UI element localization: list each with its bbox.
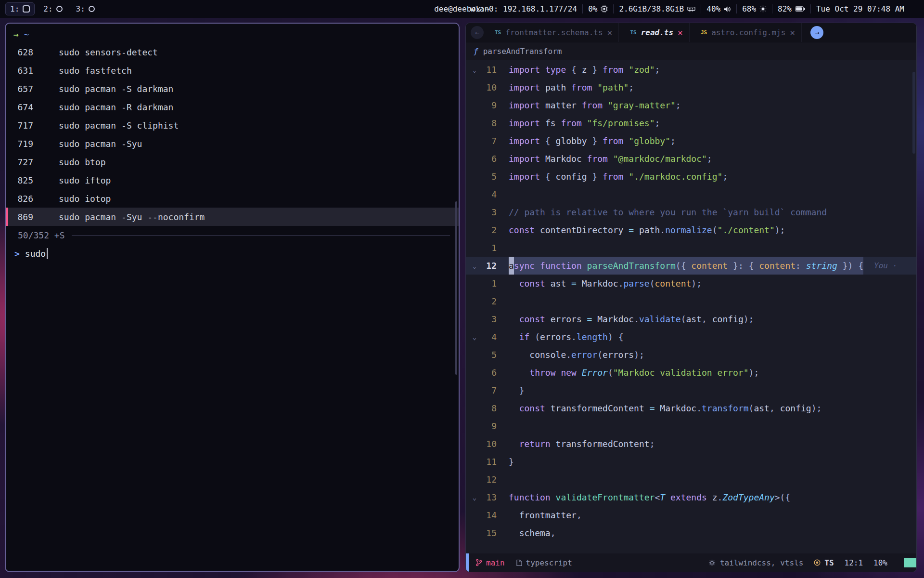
brightness-text: 68% — [742, 4, 756, 13]
brightness-module[interactable]: 68% — [736, 4, 772, 13]
filetype-indicator: typescript — [516, 558, 572, 567]
code-line[interactable]: 5 console.error(errors); — [466, 346, 916, 364]
code-line[interactable]: ⌄11import type { z } from "zod"; — [466, 61, 916, 79]
shell-prompt: → ~ — [6, 27, 459, 41]
code-line[interactable]: ⌄13function validateFrontmatter<T extend… — [466, 488, 916, 506]
lsp-clients-text: tailwindcss, vtsls — [720, 558, 803, 567]
tab-read-ts[interactable]: TS read.ts × — [624, 23, 690, 42]
code-line[interactable]: ⌄4 if (errors.length) { — [466, 328, 916, 346]
code-line[interactable]: 12 — [466, 471, 916, 488]
code-line[interactable]: 10import path from "path"; — [466, 79, 916, 96]
battery-module[interactable]: 82% — [772, 4, 810, 13]
terminal-window[interactable]: → ~ 628sudo sensors-detect631sudo fastfe… — [5, 23, 460, 572]
history-item[interactable]: 826sudo iotop — [6, 189, 459, 208]
terminal-scrollbar[interactable] — [455, 201, 457, 375]
editor-scrollbar[interactable] — [912, 72, 915, 154]
battery-text: 82% — [778, 4, 792, 13]
code-line[interactable]: 3// path is relative to where you run th… — [466, 203, 916, 221]
code-editor-area[interactable]: ⌄11import type { z } from "zod";10import… — [466, 60, 916, 553]
prompt-arrow-icon: → — [13, 29, 19, 39]
code-text: import fs from "fs/promises"; — [509, 114, 660, 132]
code-line[interactable]: 2const contentDirectory = path.normalize… — [466, 221, 916, 239]
typescript-icon: TS — [630, 29, 636, 36]
nav-back-button[interactable]: ← — [471, 26, 484, 39]
history-item[interactable]: 674sudo pacman -R darkman — [6, 98, 459, 116]
history-item[interactable]: 631sudo fastfetch — [6, 61, 459, 79]
history-command: sudo fastfetch — [59, 66, 132, 76]
code-line[interactable]: 7import { globby } from "globby"; — [466, 132, 916, 150]
history-item[interactable]: 657sudo pacman -S darkman — [6, 79, 459, 98]
workspace-label: 3: — [76, 4, 85, 13]
code-line[interactable]: 9import matter from "gray-matter"; — [466, 96, 916, 114]
fold-chevron-icon[interactable]: ⌄ — [470, 262, 479, 270]
history-item[interactable]: 628sudo sensors-detect — [6, 43, 459, 61]
code-line[interactable]: 15 schema, — [466, 524, 916, 542]
code-text: // path is relative to where you run the… — [509, 203, 827, 221]
memory-module[interactable]: 2.6GiB/38.8GiB — [613, 4, 701, 13]
code-line[interactable]: 9 — [466, 417, 916, 435]
history-command: sudo pacman -R darkman — [59, 102, 173, 112]
history-line-number: 719 — [12, 139, 33, 149]
close-icon[interactable]: × — [607, 27, 613, 38]
code-line[interactable]: 6 throw new Error("Markdoc validation er… — [466, 364, 916, 381]
history-item[interactable]: 825sudo iftop — [6, 171, 459, 189]
code-line[interactable]: 6import Markdoc from "@markdoc/markdoc"; — [466, 150, 916, 168]
tab-frontmatter-schema-ts[interactable]: TS frontmatter.schema.ts × — [488, 23, 619, 42]
close-icon[interactable]: × — [790, 27, 795, 38]
git-branch-indicator[interactable]: main — [475, 558, 505, 567]
code-line[interactable]: 14 frontmatter, — [466, 506, 916, 524]
code-line[interactable]: 8import fs from "fs/promises"; — [466, 114, 916, 132]
workspace-3-button[interactable]: 3: — [72, 3, 99, 15]
history-command: sudo pacman -Syu — [59, 139, 142, 149]
arrow-left-icon: ← — [475, 28, 479, 37]
fzf-match-counter-row: 50/352 +S — [6, 226, 459, 244]
history-item[interactable]: 719sudo pacman -Syu — [6, 134, 459, 153]
fold-chevron-icon[interactable]: ⌄ — [470, 66, 479, 74]
cursor-position: 12:1 — [845, 558, 863, 567]
volume-text: 40% — [706, 4, 720, 13]
fzf-query-row[interactable]: > sudo — [6, 244, 459, 263]
language-badge-text: TS — [824, 558, 834, 567]
javascript-icon: JS — [701, 29, 707, 36]
typescript-file-icon — [516, 559, 522, 566]
workspace-1-button[interactable]: 1: — [6, 3, 34, 15]
history-list: 628sudo sensors-detect631sudo fastfetch6… — [6, 43, 459, 226]
workspace-2-button[interactable]: 2: — [39, 3, 66, 15]
code-line[interactable]: ⌄12async function parseAndTransform({ co… — [466, 257, 916, 275]
history-item[interactable]: 869sudo pacman -Syu --noconfirm — [6, 208, 459, 226]
code-line[interactable]: 5import { config } from "./markdoc.confi… — [466, 168, 916, 185]
clock-module[interactable]: Tue Oct 29 07:48 AM — [810, 4, 910, 13]
code-line[interactable]: 8 const transformedContent = Markdoc.tra… — [466, 399, 916, 417]
history-item[interactable]: 727sudo btop — [6, 153, 459, 171]
code-line[interactable]: 11} — [466, 453, 916, 471]
language-badge: TS — [814, 558, 834, 567]
ram-icon — [687, 6, 695, 12]
line-number: 3 — [479, 207, 497, 217]
nav-forward-button[interactable]: → — [810, 26, 823, 39]
code-line[interactable]: 10 return transformedContent; — [466, 435, 916, 453]
tab-astro-config-mjs[interactable]: JS astro.config.mjs × — [694, 23, 802, 42]
code-line[interactable]: 2 — [466, 292, 916, 310]
fold-chevron-icon[interactable]: ⌄ — [470, 333, 479, 341]
cpu-text: 0% — [588, 4, 597, 13]
code-text: import Markdoc from "@markdoc/markdoc"; — [509, 150, 712, 168]
code-line[interactable]: 1 — [466, 239, 916, 257]
editor-window[interactable]: ← TS frontmatter.schema.ts × TS read.ts … — [465, 23, 917, 572]
code-line[interactable]: 3 const errors = Markdoc.validate(ast, c… — [466, 310, 916, 328]
cpu-module[interactable]: 0% — [582, 4, 613, 13]
clock-text: Tue Oct 29 07:48 AM — [816, 4, 904, 13]
history-item[interactable]: 717sudo pacman -S cliphist — [6, 116, 459, 134]
code-line[interactable]: 4 — [466, 185, 916, 203]
fzf-query-input[interactable]: sudo — [25, 249, 46, 259]
line-number: 3 — [479, 314, 497, 324]
line-number: 9 — [479, 421, 497, 431]
arrow-right-icon: → — [815, 28, 819, 37]
code-line[interactable]: 1 const ast = Markdoc.parse(content); — [466, 275, 916, 292]
editor-cursor: a — [509, 257, 514, 275]
code-line[interactable]: 7 } — [466, 381, 916, 399]
breadcrumb-function-name[interactable]: parseAndTransform — [483, 47, 562, 56]
close-icon[interactable]: × — [678, 27, 683, 38]
fold-chevron-icon[interactable]: ⌄ — [470, 494, 479, 501]
volume-module[interactable]: 40% — [701, 4, 736, 13]
line-number: 4 — [479, 332, 497, 342]
